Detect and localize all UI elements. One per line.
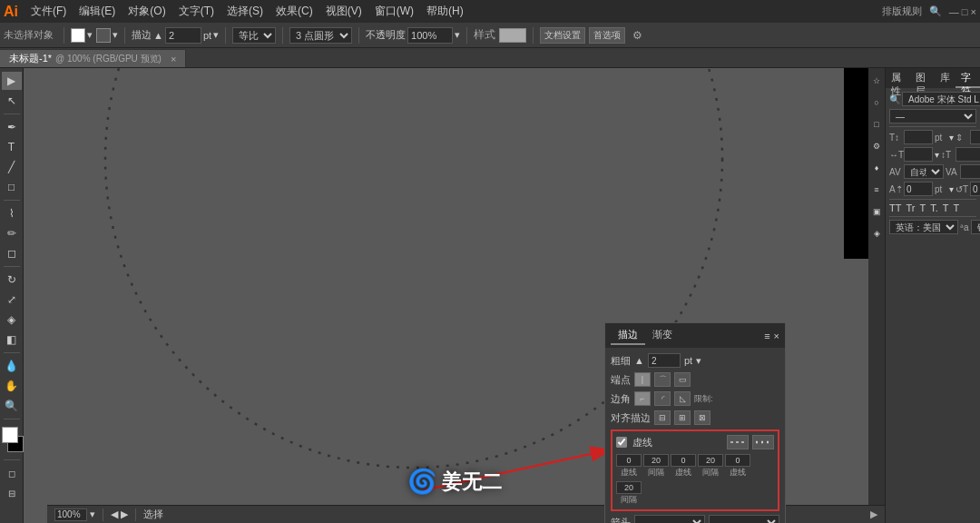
opacity-down[interactable]: ▾ bbox=[455, 29, 460, 41]
fill-color[interactable]: ▾ bbox=[71, 28, 93, 43]
hand-tool[interactable]: ✋ bbox=[2, 377, 22, 395]
strip-icon-1[interactable]: ☆ bbox=[867, 72, 885, 90]
zoom-input[interactable] bbox=[54, 508, 87, 521]
strip-icon-7[interactable]: ▣ bbox=[867, 202, 885, 221]
weight-down[interactable]: ▾ bbox=[696, 355, 701, 367]
baseline-down[interactable]: ▾ bbox=[949, 184, 954, 194]
tt-btn-1[interactable]: TT bbox=[889, 202, 901, 213]
stroke-color[interactable]: ▾ bbox=[96, 28, 118, 43]
canvas-area[interactable]: 描边 渐变 ≡ × 粗细 ▲ pt ▾ 端点 bbox=[24, 68, 885, 523]
foreground-color[interactable] bbox=[2, 427, 18, 443]
cap-butt[interactable]: | bbox=[634, 372, 651, 387]
scale-h-input[interactable]: 100% bbox=[904, 147, 933, 162]
rotate-tool[interactable]: ↻ bbox=[2, 271, 22, 289]
arrow-start-select[interactable]: — bbox=[634, 515, 705, 523]
menu-effect[interactable]: 效果(C) bbox=[270, 2, 318, 21]
panel-menu-icon[interactable]: ≡ bbox=[764, 331, 769, 341]
gap-input-1[interactable] bbox=[643, 454, 669, 467]
strip-icon-5[interactable]: ♦ bbox=[867, 159, 885, 177]
strip-icon-4[interactable]: ⚙ bbox=[867, 137, 885, 155]
font-style-select[interactable]: — bbox=[889, 109, 976, 123]
style-box[interactable] bbox=[499, 28, 526, 43]
menu-edit[interactable]: 编辑(E) bbox=[74, 2, 121, 21]
tt-btn-3[interactable]: T bbox=[919, 202, 926, 213]
doc-setup-btn[interactable]: 文档设置 bbox=[540, 27, 585, 44]
stroke-dropdown[interactable]: ▾ bbox=[113, 29, 118, 41]
menu-help[interactable]: 帮助(H) bbox=[421, 2, 469, 21]
cap-round[interactable]: ⌒ bbox=[654, 372, 671, 387]
pencil-tool[interactable]: ✏ bbox=[2, 224, 22, 242]
blend-tool[interactable]: ◈ bbox=[2, 311, 22, 329]
weight-up[interactable]: ▲ bbox=[634, 355, 644, 366]
tab-close[interactable]: × bbox=[171, 54, 176, 64]
scale-h-down[interactable]: ▾ bbox=[935, 150, 939, 160]
zoom-tool[interactable]: 🔍 bbox=[2, 397, 22, 415]
tab-main[interactable]: 未标题-1* @ 100% (RGB/GPU 预览) × bbox=[0, 49, 186, 67]
font-family-select[interactable]: Adobe 宋体 Std L bbox=[902, 92, 980, 106]
scale-tool[interactable]: ⤢ bbox=[2, 291, 22, 309]
cap-square[interactable]: ▭ bbox=[674, 372, 691, 387]
fill-none-toggle[interactable]: ◻ bbox=[2, 464, 22, 482]
menu-type[interactable]: 文字(T) bbox=[173, 2, 220, 21]
stroke-tab[interactable]: 描边 bbox=[611, 326, 645, 345]
strip-icon-8[interactable]: ◈ bbox=[867, 224, 885, 242]
tt-btn-4[interactable]: T. bbox=[930, 202, 938, 213]
corner-miter[interactable]: ⌐ bbox=[634, 391, 651, 406]
align-inside[interactable]: ⊞ bbox=[674, 410, 691, 425]
tt-btn-5[interactable]: T bbox=[943, 202, 949, 213]
strip-icon-6[interactable]: ≡ bbox=[867, 181, 885, 199]
tab-layers[interactable]: 图层 bbox=[910, 68, 935, 88]
dash-input-3[interactable] bbox=[725, 454, 750, 467]
search-icon[interactable]: 🔍 bbox=[929, 5, 942, 17]
gap-input-3[interactable] bbox=[616, 481, 642, 494]
stroke-panel-header[interactable]: 描边 渐变 ≡ × bbox=[605, 323, 785, 348]
baseline-input[interactable] bbox=[904, 182, 933, 196]
tracking-input[interactable]: 0 bbox=[960, 164, 980, 179]
fill-dropdown[interactable]: ▾ bbox=[87, 29, 93, 41]
nav-left[interactable]: ◀ bbox=[111, 508, 118, 520]
dash-input-2[interactable] bbox=[671, 454, 696, 467]
font-size-input[interactable]: 12 bbox=[904, 130, 933, 144]
strip-icon-3[interactable]: □ bbox=[867, 115, 885, 133]
nav-arrows[interactable]: ◀ ▶ bbox=[111, 508, 128, 520]
dash-icon-1[interactable] bbox=[727, 435, 749, 449]
gradient-tool[interactable]: ◧ bbox=[2, 331, 22, 349]
tab-character[interactable]: 字符 bbox=[956, 68, 980, 88]
kerning-select[interactable]: 自动 bbox=[904, 164, 944, 179]
align-center[interactable]: ⊟ bbox=[654, 410, 671, 425]
scale-v-input[interactable]: 100% bbox=[956, 147, 980, 162]
window-controls[interactable]: — □ × bbox=[949, 6, 976, 17]
align-outside[interactable]: ⊠ bbox=[694, 410, 710, 425]
stroke-input[interactable] bbox=[165, 27, 201, 44]
prefs-btn[interactable]: 首选项 bbox=[589, 27, 625, 44]
direct-select-tool[interactable]: ↖ bbox=[2, 92, 22, 110]
type-tool[interactable]: T bbox=[2, 138, 22, 156]
select-tool[interactable]: ▶ bbox=[2, 72, 22, 90]
stroke-down-arrow[interactable]: ▾ bbox=[213, 29, 219, 41]
tab-library[interactable]: 库 bbox=[935, 68, 956, 88]
corner-round[interactable]: ◜ bbox=[654, 391, 671, 406]
nav-right[interactable]: ▶ bbox=[121, 508, 128, 520]
extra-arrows[interactable]: ▶ bbox=[870, 508, 877, 520]
fill-color-box[interactable] bbox=[71, 28, 85, 43]
leading-input[interactable]: 14.4 bbox=[970, 130, 980, 144]
rect-tool[interactable]: □ bbox=[2, 178, 22, 196]
dash-icon-2[interactable] bbox=[752, 435, 774, 449]
panel-close-icon[interactable]: × bbox=[774, 331, 779, 341]
size-down[interactable]: ▾ bbox=[949, 133, 954, 143]
menu-file[interactable]: 文件(F) bbox=[25, 2, 72, 21]
stroke-up-arrow[interactable]: ▲ bbox=[153, 30, 163, 41]
eyedrop-tool[interactable]: 💧 bbox=[2, 357, 22, 375]
weight-input[interactable] bbox=[648, 353, 681, 368]
menu-window[interactable]: 窗口(W) bbox=[369, 2, 419, 21]
tab-properties[interactable]: 属性 bbox=[886, 68, 910, 88]
dashed-checkbox[interactable] bbox=[616, 437, 627, 448]
dash-input-1[interactable] bbox=[616, 454, 642, 467]
gap-input-2[interactable] bbox=[698, 454, 723, 467]
pen-tool[interactable]: ✒ bbox=[2, 118, 22, 136]
stroke-color-box[interactable] bbox=[96, 28, 111, 43]
extra-icons[interactable]: ⚙ bbox=[632, 29, 642, 42]
corner-select[interactable]: 3 点圆形 bbox=[289, 27, 352, 44]
eraser-tool[interactable]: ◻ bbox=[2, 244, 22, 262]
line-tool[interactable]: ╱ bbox=[2, 158, 22, 176]
